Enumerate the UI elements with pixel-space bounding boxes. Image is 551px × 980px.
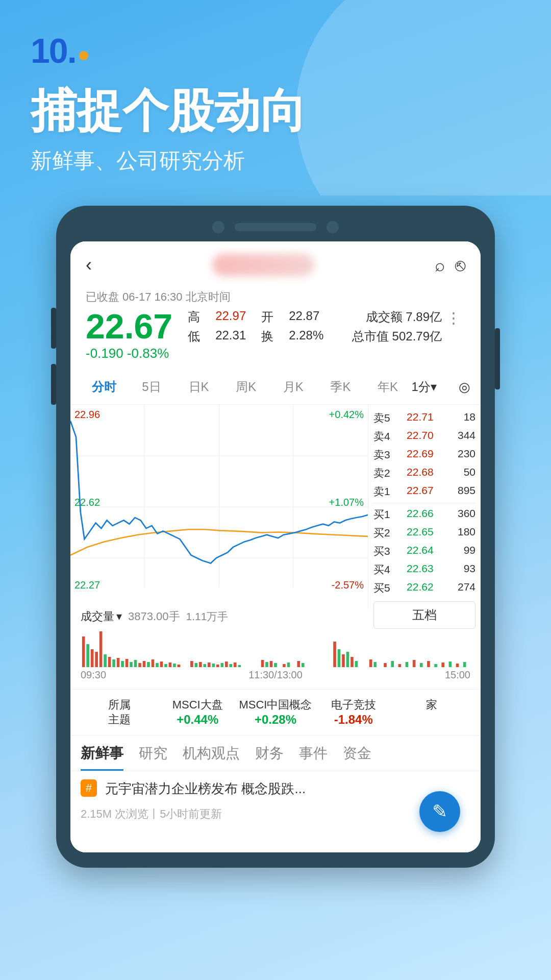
tab-weekk[interactable]: 周K bbox=[222, 376, 270, 398]
header-icons: ⌕ ⎋ bbox=[435, 255, 465, 275]
tab-research[interactable]: 研究 bbox=[139, 744, 167, 771]
tab-funds[interactable]: 资金 bbox=[343, 744, 371, 771]
svg-rect-19 bbox=[138, 663, 141, 667]
theme-category[interactable]: 所属主题 bbox=[81, 698, 159, 727]
search-icon[interactable]: ⌕ bbox=[435, 255, 445, 275]
svg-rect-44 bbox=[274, 663, 277, 667]
svg-rect-55 bbox=[369, 659, 372, 667]
volume-value: 3873.00手 bbox=[128, 609, 180, 624]
chart-mid-price: 22.62 bbox=[74, 497, 100, 508]
phone-frame: ‹ ⌕ ⎋ 已收盘 06-17 16:30 北京时间 22.67 -0.190 … bbox=[56, 206, 495, 868]
svg-rect-68 bbox=[463, 662, 466, 667]
share-icon[interactable]: ⎋ bbox=[455, 255, 465, 275]
screen: ‹ ⌕ ⎋ 已收盘 06-17 16:30 北京时间 22.67 -0.190 … bbox=[70, 241, 481, 852]
svg-rect-8 bbox=[91, 649, 94, 667]
turnover-val: 2.28% bbox=[289, 328, 323, 345]
target-icon[interactable]: ◎ bbox=[459, 379, 470, 395]
svg-rect-7 bbox=[86, 644, 89, 667]
theme-esports[interactable]: 电子竞技 -1.84% bbox=[314, 698, 392, 727]
side-btn-volume-up bbox=[51, 308, 56, 349]
five-tier-button[interactable]: 五档 bbox=[373, 601, 475, 629]
ob-buy1: 买1 22.66 360 bbox=[373, 505, 475, 524]
tab-events[interactable]: 事件 bbox=[299, 744, 328, 771]
svg-rect-65 bbox=[441, 663, 444, 667]
theme-home[interactable]: 家 bbox=[392, 698, 470, 727]
tab-institution[interactable]: 机构观点 bbox=[183, 744, 240, 771]
svg-rect-52 bbox=[346, 652, 349, 667]
theme-msci-large[interactable]: MSCI大盘 +0.44% bbox=[159, 698, 237, 727]
volume-summary: 成交额 7.89亿 bbox=[366, 309, 442, 325]
tab-finance[interactable]: 财务 bbox=[255, 744, 284, 771]
svg-rect-26 bbox=[169, 663, 172, 667]
svg-rect-21 bbox=[147, 662, 150, 667]
svg-rect-25 bbox=[164, 664, 167, 667]
ob-sell2: 卖2 22.68 50 bbox=[373, 464, 475, 482]
svg-rect-47 bbox=[297, 661, 300, 667]
svg-rect-34 bbox=[212, 664, 215, 667]
svg-rect-43 bbox=[270, 661, 273, 667]
svg-rect-46 bbox=[287, 663, 290, 667]
chart-pct-mid: +1.07% bbox=[329, 497, 364, 508]
tab-seasonk[interactable]: 季K bbox=[317, 376, 364, 398]
svg-rect-63 bbox=[427, 661, 430, 667]
tab-1min[interactable]: 1分▾ bbox=[411, 376, 459, 398]
tab-monthk[interactable]: 月K bbox=[270, 376, 317, 398]
svg-rect-18 bbox=[134, 660, 137, 667]
svg-rect-61 bbox=[413, 660, 416, 667]
svg-rect-31 bbox=[199, 662, 202, 667]
svg-rect-48 bbox=[302, 663, 305, 667]
sensor bbox=[327, 221, 339, 233]
svg-rect-42 bbox=[265, 662, 268, 667]
stock-summary: 成交额 7.89亿 总市值 502.79亿 bbox=[352, 309, 442, 345]
tab-yeark[interactable]: 年K bbox=[364, 376, 412, 398]
svg-rect-57 bbox=[384, 663, 387, 667]
svg-rect-12 bbox=[108, 657, 111, 667]
svg-rect-23 bbox=[156, 663, 159, 667]
svg-rect-62 bbox=[420, 663, 423, 667]
ob-buy5: 买5 22.62 274 bbox=[373, 579, 475, 597]
stock-price-row: 22.67 -0.190 -0.83% 高 22.97 开 22.87 低 22… bbox=[86, 309, 465, 361]
stock-change: -0.190 -0.83% bbox=[86, 346, 172, 361]
svg-rect-27 bbox=[173, 664, 176, 667]
stock-details: 高 22.97 开 22.87 低 22.31 换 2.28% bbox=[172, 309, 352, 345]
news-tag: # bbox=[81, 779, 97, 797]
order-book: 卖5 22.71 18 卖4 22.70 344 卖3 22.69 230 bbox=[368, 405, 481, 609]
svg-rect-37 bbox=[225, 662, 228, 667]
svg-rect-45 bbox=[283, 664, 286, 667]
price-chart-svg bbox=[70, 405, 368, 609]
svg-rect-67 bbox=[456, 664, 459, 667]
logo-text: 10. bbox=[31, 31, 76, 70]
ob-sell3: 卖3 22.69 230 bbox=[373, 446, 475, 464]
high-val: 22.97 bbox=[215, 309, 246, 325]
svg-rect-22 bbox=[152, 659, 155, 667]
tab-dayk[interactable]: 日K bbox=[175, 376, 222, 398]
chart-pct-bottom: -2.57% bbox=[332, 579, 364, 591]
svg-rect-17 bbox=[130, 662, 133, 667]
fab-write-button[interactable]: ✎ bbox=[419, 791, 460, 832]
speaker bbox=[235, 223, 316, 231]
tab-fenshi[interactable]: 分时 bbox=[81, 376, 128, 398]
svg-rect-38 bbox=[229, 664, 232, 667]
svg-rect-30 bbox=[195, 663, 198, 667]
time-axis: 09:30 11:30/13:00 15:00 bbox=[81, 669, 470, 684]
svg-rect-39 bbox=[234, 663, 237, 667]
app-header: ‹ ⌕ ⎋ bbox=[70, 241, 481, 284]
side-btn-power bbox=[495, 328, 500, 389]
svg-rect-58 bbox=[391, 661, 394, 667]
time-end: 15:00 bbox=[445, 669, 470, 681]
more-button[interactable]: ⋮ bbox=[442, 309, 465, 327]
back-button[interactable]: ‹ bbox=[86, 254, 92, 276]
write-icon: ✎ bbox=[432, 801, 447, 822]
ob-buy2: 买2 22.65 180 bbox=[373, 524, 475, 542]
tab-5day[interactable]: 5日 bbox=[128, 376, 176, 398]
theme-msci-china[interactable]: MSCI中国概念 +0.28% bbox=[237, 698, 315, 727]
svg-rect-56 bbox=[373, 662, 377, 667]
side-btn-volume-down bbox=[51, 364, 56, 405]
volume-label[interactable]: 成交量▾ bbox=[81, 609, 122, 624]
svg-rect-36 bbox=[220, 663, 223, 667]
news-title: 元宇宙潜力企业榜发布 概念股跌... bbox=[105, 779, 470, 798]
detail-row-2: 低 22.31 换 2.28% bbox=[188, 328, 352, 345]
news-item[interactable]: # 元宇宙潜力企业榜发布 概念股跌... bbox=[70, 771, 481, 806]
svg-rect-6 bbox=[82, 636, 85, 667]
tab-news[interactable]: 新鲜事 bbox=[81, 744, 123, 771]
